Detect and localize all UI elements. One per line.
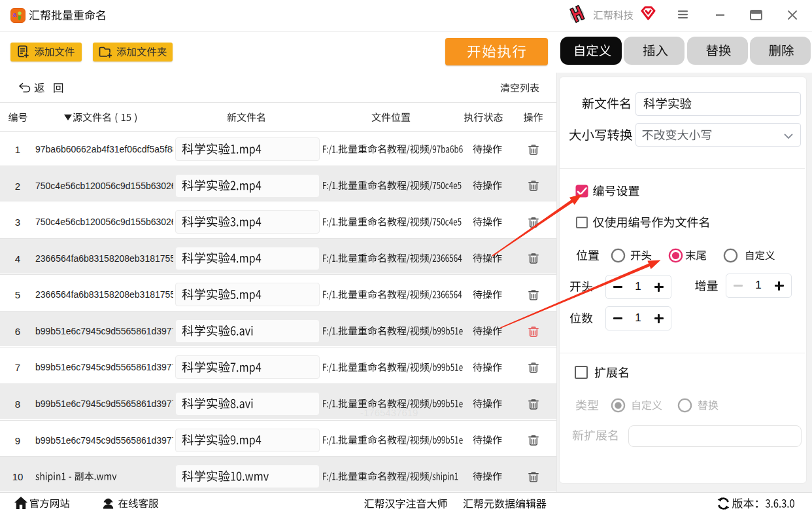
svg-text:a: a — [12, 11, 16, 18]
